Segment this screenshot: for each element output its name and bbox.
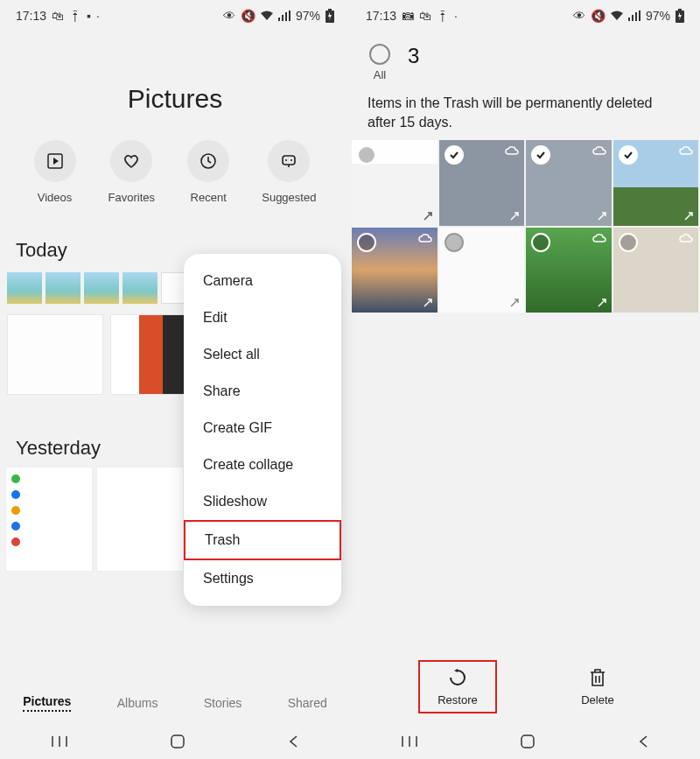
expand-icon [423, 298, 433, 308]
category-favorites[interactable]: Favorites [108, 140, 155, 204]
thumb-image[interactable] [5, 467, 93, 572]
select-circle-checked-icon[interactable] [444, 145, 464, 165]
bottom-actions: Restore Delete [350, 652, 700, 720]
trash-item[interactable] [352, 140, 438, 226]
expand-icon [597, 298, 607, 308]
category-recent[interactable]: Recent [187, 140, 229, 204]
thumb-image[interactable] [7, 314, 103, 395]
suggested-icon [280, 152, 298, 170]
menu-item-camera[interactable]: Camera [184, 263, 341, 299]
overflow-menu: Camera Edit Select all Share Create GIF … [184, 254, 341, 606]
status-bar: 17:13 📷︎ 🛍︎ ⭱ · 👁 🔇 97% [350, 0, 700, 32]
nav-home-icon[interactable] [520, 734, 536, 749]
trash-grid [350, 140, 700, 313]
svg-rect-15 [628, 18, 630, 21]
nav-bar [350, 724, 700, 759]
status-time: 17:13 [16, 10, 46, 22]
bottom-tabs: Pictures Albums Stories Shared [0, 682, 350, 724]
trash-item[interactable] [613, 228, 699, 313]
select-circle-icon[interactable] [357, 233, 376, 252]
category-videos[interactable]: Videos [34, 140, 76, 204]
bag-icon: 🛍︎ [52, 10, 64, 22]
restore-icon [447, 667, 468, 688]
upload-icon: ⭱ [437, 10, 449, 22]
battery-text: 97% [646, 10, 670, 22]
menu-item-select-all[interactable]: Select all [184, 336, 341, 373]
svg-rect-20 [678, 9, 682, 11]
select-circle-icon[interactable] [357, 145, 376, 165]
menu-item-share[interactable]: Share [184, 373, 341, 410]
expand-icon [597, 211, 607, 221]
selected-count: 3 [408, 44, 419, 68]
cloud-icon [679, 145, 693, 156]
expand-icon [683, 211, 694, 221]
thumb-image[interactable] [46, 272, 80, 304]
page-title-area: Pictures [0, 32, 350, 140]
menu-item-create-collage[interactable]: Create collage [184, 446, 341, 483]
vpn-icon: 👁 [573, 10, 585, 22]
cloud-icon [592, 233, 606, 243]
delete-button[interactable]: Delete [564, 662, 632, 712]
selection-header: All 3 [350, 32, 700, 81]
nav-recent-icon[interactable] [51, 734, 68, 748]
expand-icon [509, 211, 520, 221]
select-circle-icon[interactable] [531, 233, 550, 252]
nav-back-icon[interactable] [637, 734, 649, 748]
thumb-image[interactable] [7, 272, 42, 304]
heart-icon [122, 152, 140, 170]
menu-item-slideshow[interactable]: Slideshow [184, 483, 341, 520]
select-all-toggle[interactable]: All [369, 44, 390, 81]
tab-albums[interactable]: Albums [117, 696, 158, 710]
bag-icon: 🛍︎ [419, 10, 431, 22]
restore-button[interactable]: Restore [418, 660, 497, 713]
tab-shared[interactable]: Shared [288, 696, 327, 710]
expand-icon [423, 211, 433, 221]
menu-item-create-gif[interactable]: Create GIF [184, 410, 341, 446]
trash-icon [588, 667, 607, 688]
trash-item[interactable] [439, 140, 525, 226]
menu-item-trash[interactable]: Trash [184, 520, 341, 560]
select-circle-checked-icon[interactable] [531, 145, 550, 165]
tab-pictures[interactable]: Pictures [23, 694, 71, 712]
trash-item[interactable] [526, 140, 612, 226]
thumb-image[interactable] [84, 272, 119, 304]
battery-text: 97% [296, 10, 320, 22]
cloud-icon [679, 233, 693, 243]
status-time: 17:13 [366, 10, 396, 22]
nav-bar [0, 724, 350, 759]
thumb-image[interactable] [122, 272, 158, 304]
battery-icon [676, 9, 684, 23]
cloud-icon [592, 145, 606, 156]
battery-icon [326, 9, 334, 23]
nav-home-icon[interactable] [170, 734, 186, 749]
svg-rect-3 [289, 11, 290, 21]
trash-item[interactable] [439, 228, 525, 313]
signal-icon [628, 11, 640, 21]
screen-pictures: 17:13 🛍︎ ⭱ ▪ · 👁 🔇 97% Pictures [0, 0, 350, 759]
svg-rect-18 [639, 11, 640, 21]
camera-icon: 📷︎ [402, 10, 414, 22]
menu-item-settings[interactable]: Settings [184, 560, 341, 597]
nav-back-icon[interactable] [287, 734, 299, 748]
nav-recent-icon[interactable] [401, 734, 418, 748]
page-title: Pictures [0, 84, 350, 114]
menu-item-edit[interactable]: Edit [184, 299, 341, 336]
svg-rect-14 [172, 735, 184, 748]
svg-rect-0 [278, 18, 280, 21]
select-circle-icon[interactable] [619, 233, 638, 252]
category-suggested[interactable]: Suggested [262, 140, 316, 204]
svg-rect-16 [632, 15, 634, 21]
select-circle-checked-icon[interactable] [619, 145, 638, 165]
cloud-icon [418, 233, 432, 243]
select-circle-icon[interactable] [444, 233, 464, 252]
tab-stories[interactable]: Stories [204, 696, 242, 710]
trash-item[interactable] [613, 140, 699, 226]
mute-icon: 🔇 [241, 10, 256, 22]
checkbox-icon [369, 44, 390, 65]
wifi-icon [261, 11, 273, 21]
category-row: Videos Favorites Recent Suggested [0, 140, 350, 204]
trash-item[interactable] [526, 228, 612, 313]
signal-icon [278, 11, 290, 21]
thumb-image[interactable] [96, 467, 184, 572]
trash-item[interactable] [352, 228, 438, 313]
